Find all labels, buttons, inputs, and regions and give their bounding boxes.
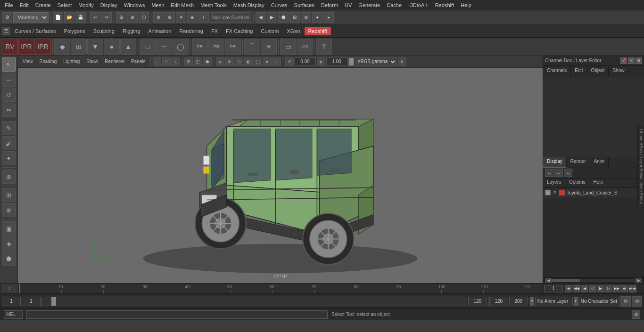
shelf-icon-diamond[interactable]: ◆ bbox=[54, 39, 70, 55]
open-file-btn[interactable]: 📂 bbox=[64, 12, 74, 23]
tab-show[interactable]: Show bbox=[609, 66, 628, 77]
char-set-label[interactable]: No Character Set bbox=[578, 297, 619, 306]
render-btn1[interactable]: ◀ bbox=[256, 12, 266, 23]
shading-menu[interactable]: Shading bbox=[37, 57, 60, 65]
module-fx[interactable]: FX bbox=[207, 27, 222, 35]
shelf-icon-drop[interactable]: ▼ bbox=[87, 39, 103, 55]
layer-new-btn[interactable]: ← bbox=[545, 169, 553, 177]
module-redshift[interactable]: Redshift bbox=[305, 27, 331, 35]
render-icon6[interactable]: ● bbox=[263, 57, 272, 66]
snap-btn5[interactable]: ⟨ bbox=[198, 12, 209, 23]
menu-redshift[interactable]: Redshift bbox=[432, 1, 457, 9]
menu-mesh-tools[interactable]: Mesh Tools bbox=[198, 1, 229, 9]
pivot-tool[interactable]: ⊕ bbox=[2, 170, 16, 184]
menu-file[interactable]: File bbox=[2, 1, 16, 9]
render-icon5[interactable]: ◯ bbox=[254, 57, 262, 66]
anim-end2-input[interactable]: 200 bbox=[509, 297, 528, 306]
viewport[interactable]: x y persp bbox=[18, 68, 543, 283]
menu-deform[interactable]: Deform bbox=[318, 1, 341, 9]
shelf-icon-log[interactable]: LOG bbox=[297, 39, 313, 55]
tab-display[interactable]: Display bbox=[543, 157, 567, 168]
render-icon3[interactable]: ⬡ bbox=[235, 57, 243, 66]
anim-end-input[interactable]: 120 bbox=[489, 297, 508, 306]
cb-pin-btn[interactable]: 📌 bbox=[620, 57, 627, 64]
menu-windows[interactable]: Windows bbox=[121, 1, 148, 9]
render-icon2[interactable]: ⊕ bbox=[225, 57, 234, 66]
shelf-icon-grid[interactable]: ⊞ bbox=[71, 39, 87, 55]
scale-tool[interactable]: ⇔ bbox=[2, 103, 16, 117]
redo-btn[interactable]: ↪ bbox=[101, 12, 112, 23]
shelf-icon-bowl[interactable]: ⌒ bbox=[244, 39, 260, 55]
render-btn6[interactable]: ● bbox=[312, 12, 322, 23]
render-btn5[interactable]: ⊗ bbox=[301, 12, 311, 23]
menu-create[interactable]: Create bbox=[33, 1, 54, 9]
select-tool-btn[interactable]: ⊞ bbox=[116, 12, 126, 23]
shelf-icon-rect[interactable]: ▭ bbox=[280, 39, 296, 55]
shelf-icon-waves[interactable]: 〰 bbox=[156, 39, 172, 55]
cb-close-btn[interactable]: ✕ bbox=[628, 57, 635, 64]
pb-prev-key-btn[interactable]: ◀◀ bbox=[573, 285, 580, 292]
mode-select[interactable]: Modeling bbox=[13, 12, 49, 23]
gamma-input[interactable]: 1.00 bbox=[326, 57, 347, 66]
range-start-input[interactable]: 1 bbox=[2, 297, 21, 306]
shelf-icon-cone[interactable]: ▲ bbox=[120, 39, 136, 55]
display-icon1[interactable]: ⊞ bbox=[184, 57, 193, 66]
range-end-input[interactable]: 120 bbox=[468, 297, 487, 306]
scroll-right-btn[interactable]: ▶ bbox=[636, 278, 642, 283]
render-btn3[interactable]: ⬟ bbox=[278, 12, 289, 23]
render-btn4[interactable]: ⊞ bbox=[289, 12, 300, 23]
pb-to-start-btn[interactable]: ⏮ bbox=[565, 285, 572, 292]
snap-btn3[interactable]: ✦ bbox=[176, 12, 186, 23]
module-settings-icon[interactable]: ☰ bbox=[2, 27, 10, 35]
pb-next-frame-btn[interactable]: ▶▶ bbox=[613, 285, 620, 292]
render-icon7[interactable]: ○ bbox=[272, 57, 281, 66]
shelf-icon-pr3[interactable]: PR bbox=[225, 39, 241, 55]
menu-cache[interactable]: Cache bbox=[384, 1, 405, 9]
grid-snap[interactable]: ⊞ bbox=[2, 188, 16, 202]
shelf-icon-ipr2[interactable]: IPR bbox=[35, 39, 51, 55]
shelf-icon-light[interactable]: ☀ bbox=[261, 39, 277, 55]
status-gear-icon[interactable]: ⚙ bbox=[632, 310, 640, 319]
module-rendering[interactable]: Rendering bbox=[175, 27, 207, 35]
shelf-icon-sphere[interactable]: ● bbox=[104, 39, 120, 55]
module-sculpting[interactable]: Sculpting bbox=[90, 27, 118, 35]
shelf-icon-rv[interactable]: RV bbox=[2, 39, 18, 55]
tab-render[interactable]: Render bbox=[567, 157, 590, 168]
renderer-menu[interactable]: Renderer bbox=[102, 57, 127, 65]
tab-channels[interactable]: Channels bbox=[543, 66, 571, 77]
timeline-numbers[interactable]: 102030405060708090100110120 bbox=[19, 283, 542, 294]
scroll-left-btn[interactable]: ◀ bbox=[545, 278, 552, 283]
paint-tool-btn[interactable]: ⬡ bbox=[139, 12, 149, 23]
icon-b[interactable]: ◈ bbox=[317, 57, 325, 66]
pb-to-end-btn[interactable]: ⏭⏭ bbox=[629, 285, 636, 292]
menu-surfaces[interactable]: Surfaces bbox=[291, 1, 317, 9]
module-polygons[interactable]: Polygons bbox=[60, 27, 89, 35]
select-tool[interactable]: ↖ bbox=[2, 57, 16, 72]
render-icon4[interactable]: ◐ bbox=[244, 57, 253, 66]
anim-layer-arrow[interactable]: ▼ bbox=[530, 297, 534, 306]
display-mode2[interactable]: ◈ bbox=[2, 236, 16, 251]
render-icon1[interactable]: ◈ bbox=[216, 57, 224, 66]
menu-edit[interactable]: Edit bbox=[17, 1, 32, 9]
tab-anim[interactable]: Anim bbox=[590, 157, 609, 168]
paint-tool[interactable]: 🖌 bbox=[2, 136, 16, 150]
scroll-track[interactable] bbox=[552, 279, 636, 282]
menu-3dtoall[interactable]: -3DtoAll- bbox=[405, 1, 431, 9]
shelf-icon-pr1[interactable]: PR bbox=[192, 39, 208, 55]
display-icon3[interactable]: ⬟ bbox=[203, 57, 212, 66]
rotate-tool[interactable]: ↺ bbox=[2, 88, 16, 102]
module-animation[interactable]: Animation bbox=[144, 27, 175, 35]
layers-menu[interactable]: Layers bbox=[543, 178, 565, 187]
pb-next-btn[interactable]: ▷ bbox=[605, 285, 612, 292]
menu-edit-mesh[interactable]: Edit Mesh bbox=[168, 1, 197, 9]
snap2[interactable]: ⊕ bbox=[2, 203, 16, 217]
icon-a[interactable]: ↺ bbox=[285, 57, 294, 66]
panels-menu[interactable]: Panels bbox=[128, 57, 149, 65]
exposure-input[interactable]: 0.00 bbox=[295, 57, 316, 66]
colorspace-expand-icon[interactable]: ▼ bbox=[398, 57, 406, 66]
display-mode3[interactable]: ⬟ bbox=[2, 251, 16, 266]
bc-settings-btn1[interactable]: ⚙ bbox=[620, 296, 631, 307]
pb-play-btn[interactable]: ▶ bbox=[597, 285, 604, 292]
view-menu[interactable]: View bbox=[20, 57, 36, 65]
render-btn2[interactable]: ▶ bbox=[267, 12, 277, 23]
